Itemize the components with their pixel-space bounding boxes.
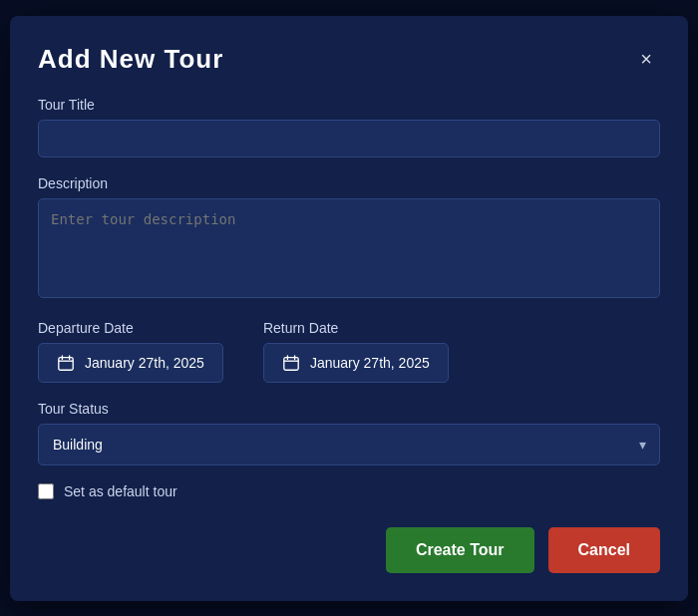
departure-date-group: Departure Date January 27th, 2025 xyxy=(38,320,223,383)
cancel-button[interactable]: Cancel xyxy=(548,527,660,573)
default-tour-checkbox-label: Set as default tour xyxy=(64,483,177,499)
calendar-icon xyxy=(282,354,300,372)
description-textarea[interactable] xyxy=(38,198,660,298)
tour-status-label: Tour Status xyxy=(38,401,660,417)
departure-date-value: January 27th, 2025 xyxy=(85,355,204,371)
departure-date-button[interactable]: January 27th, 2025 xyxy=(38,343,223,383)
return-date-group: Return Date January 27th, 2025 xyxy=(263,320,449,383)
modal-title: Add New Tour xyxy=(38,44,223,75)
tour-status-group: Tour Status Building Active Completed Ca… xyxy=(38,401,660,465)
date-row: Departure Date January 27th, 2025 Return… xyxy=(38,320,660,383)
create-tour-button[interactable]: Create Tour xyxy=(386,527,534,573)
default-tour-checkbox[interactable] xyxy=(38,483,54,499)
tour-title-label: Tour Title xyxy=(38,97,660,113)
modal-header: Add New Tour × xyxy=(38,44,660,75)
description-label: Description xyxy=(38,175,660,191)
modal-footer: Create Tour Cancel xyxy=(38,527,660,573)
tour-title-input[interactable] xyxy=(38,120,660,157)
return-date-label: Return Date xyxy=(263,320,449,336)
return-date-button[interactable]: January 27th, 2025 xyxy=(263,343,449,383)
return-date-value: January 27th, 2025 xyxy=(310,355,430,371)
default-tour-checkbox-row: Set as default tour xyxy=(38,483,660,499)
calendar-icon xyxy=(57,354,75,372)
tour-title-group: Tour Title xyxy=(38,97,660,157)
tour-status-select[interactable]: Building Active Completed Cancelled xyxy=(38,424,660,465)
tour-status-select-wrapper: Building Active Completed Cancelled ▾ xyxy=(38,424,660,465)
close-button[interactable]: × xyxy=(632,45,660,73)
svg-rect-0 xyxy=(59,357,73,370)
add-new-tour-modal: Add New Tour × Tour Title Description De… xyxy=(10,16,688,601)
departure-date-label: Departure Date xyxy=(38,320,223,336)
svg-rect-4 xyxy=(284,357,298,370)
description-group: Description xyxy=(38,175,660,302)
